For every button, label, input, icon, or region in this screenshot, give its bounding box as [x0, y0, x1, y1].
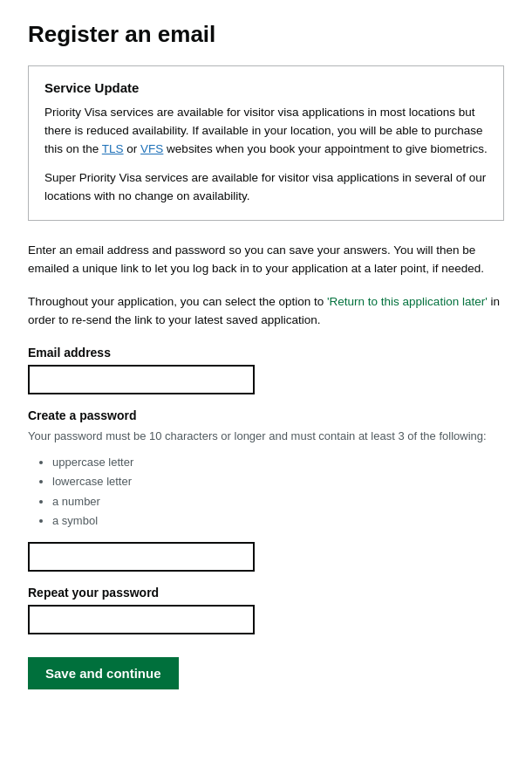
intro-paragraph1: Enter an email address and password so y…: [28, 242, 504, 278]
requirement-symbol: a symbol: [52, 512, 504, 530]
password-requirements-list: uppercase letter lowercase letter a numb…: [28, 454, 504, 530]
repeat-password-field-group: Repeat your password: [28, 586, 504, 634]
password-hint: Your password must be 10 characters or l…: [28, 428, 504, 445]
password-input[interactable]: [28, 542, 255, 572]
service-update-p1-text3: websites when you book your appointment …: [163, 142, 487, 155]
service-update-p1-text2: or: [124, 142, 141, 155]
password-label: Create a password: [28, 408, 504, 422]
vfs-link[interactable]: VFS: [140, 142, 163, 155]
password-field-group: Create a password Your password must be …: [28, 408, 504, 572]
tls-link[interactable]: TLS: [102, 142, 124, 155]
service-update-box: Service Update Priority Visa services ar…: [28, 65, 504, 221]
page-title: Register an email: [28, 21, 504, 48]
requirement-number: a number: [52, 493, 504, 511]
save-and-continue-button[interactable]: Save and continue: [28, 657, 179, 689]
service-update-paragraph2: Super Priority Visa services are availab…: [44, 169, 488, 206]
email-input[interactable]: [28, 365, 255, 394]
email-field-group: Email address: [28, 346, 504, 394]
service-update-heading: Service Update: [44, 80, 488, 95]
repeat-password-label: Repeat your password: [28, 586, 504, 600]
intro-p2-quote: 'Return to this application later': [327, 295, 488, 308]
repeat-password-input[interactable]: [28, 605, 255, 634]
requirement-lowercase: lowercase letter: [52, 473, 504, 490]
requirement-uppercase: uppercase letter: [52, 454, 504, 471]
service-update-paragraph1: Priority Visa services are available for…: [44, 104, 488, 159]
intro-paragraph2: Throughout your application, you can sel…: [28, 293, 504, 330]
intro-p2-prefix: Throughout your application, you can sel…: [28, 295, 327, 308]
email-label: Email address: [28, 346, 504, 360]
